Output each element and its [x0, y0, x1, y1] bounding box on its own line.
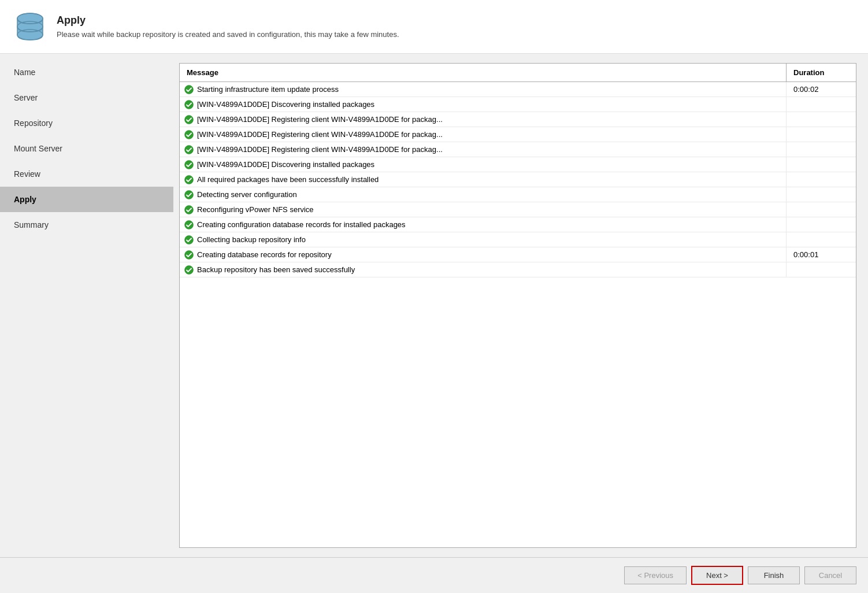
- cell-duration: [787, 202, 856, 217]
- cell-message: Detecting server configuration: [180, 187, 787, 202]
- svg-point-7: [185, 130, 194, 139]
- header: Apply Please wait while backup repositor…: [0, 0, 868, 54]
- cell-duration: [787, 157, 856, 172]
- cell-duration: [787, 232, 856, 247]
- svg-point-10: [185, 175, 194, 184]
- log-table: Message Duration Starting infrastructure…: [179, 63, 856, 548]
- app-icon: [14, 10, 46, 43]
- next-button[interactable]: Next >: [691, 566, 743, 585]
- sidebar-item-apply[interactable]: Apply: [0, 187, 173, 212]
- success-icon: [184, 190, 194, 199]
- success-icon: [184, 145, 194, 154]
- svg-point-14: [185, 235, 194, 244]
- svg-point-13: [185, 220, 194, 229]
- message-text: [WIN-V4899A1D0DE] Discovering installed …: [197, 100, 374, 109]
- message-text: [WIN-V4899A1D0DE] Registering client WIN…: [197, 130, 443, 139]
- message-text: Creating configuration database records …: [197, 220, 406, 229]
- cancel-button[interactable]: Cancel: [804, 566, 856, 584]
- sidebar-item-repository[interactable]: Repository: [0, 110, 173, 136]
- previous-button[interactable]: < Previous: [624, 566, 687, 584]
- sidebar-item-server[interactable]: Server: [0, 85, 173, 110]
- cell-duration: [787, 112, 856, 127]
- col-header-duration: Duration: [787, 64, 856, 81]
- cell-message: Starting infrastructure item update proc…: [180, 82, 787, 97]
- table-row: [WIN-V4899A1D0DE] Registering client WIN…: [180, 112, 856, 127]
- col-header-message: Message: [180, 64, 787, 81]
- table-row: [WIN-V4899A1D0DE] Discovering installed …: [180, 97, 856, 112]
- message-text: Detecting server configuration: [197, 190, 297, 199]
- cell-duration: [787, 127, 856, 142]
- table-row: Creating database records for repository…: [180, 247, 856, 262]
- success-icon: [184, 160, 194, 169]
- success-icon: [184, 265, 194, 275]
- cell-message: [WIN-V4899A1D0DE] Registering client WIN…: [180, 127, 787, 142]
- cell-duration: [787, 172, 856, 187]
- cell-duration: [787, 187, 856, 202]
- success-icon: [184, 220, 194, 229]
- sidebar-item-summary[interactable]: Summary: [0, 212, 173, 238]
- cell-message: [WIN-V4899A1D0DE] Discovering installed …: [180, 157, 787, 172]
- message-text: Starting infrastructure item update proc…: [197, 85, 339, 94]
- cell-duration: 0:00:01: [787, 247, 856, 262]
- cell-duration: [787, 97, 856, 112]
- table-row: Reconfiguring vPower NFS service: [180, 202, 856, 217]
- table-row: Collecting backup repository info: [180, 232, 856, 247]
- svg-point-8: [185, 145, 194, 154]
- cell-message: Creating database records for repository: [180, 247, 787, 262]
- message-text: [WIN-V4899A1D0DE] Registering client WIN…: [197, 145, 443, 154]
- footer: < Previous Next > Finish Cancel: [0, 557, 868, 593]
- table-body: Starting infrastructure item update proc…: [180, 82, 856, 547]
- svg-point-15: [185, 250, 194, 259]
- table-row: [WIN-V4899A1D0DE] Registering client WIN…: [180, 127, 856, 142]
- cell-message: [WIN-V4899A1D0DE] Registering client WIN…: [180, 142, 787, 157]
- table-row: All required packages have been successf…: [180, 172, 856, 187]
- cell-message: All required packages have been successf…: [180, 172, 787, 187]
- cell-message: [WIN-V4899A1D0DE] Registering client WIN…: [180, 112, 787, 127]
- success-icon: [184, 85, 194, 94]
- header-text: Apply Please wait while backup repositor…: [57, 14, 399, 39]
- svg-point-5: [185, 100, 194, 109]
- cell-message: [WIN-V4899A1D0DE] Discovering installed …: [180, 97, 787, 112]
- sidebar-item-mount-server[interactable]: Mount Server: [0, 136, 173, 161]
- message-text: [WIN-V4899A1D0DE] Discovering installed …: [197, 160, 374, 169]
- content-area: Message Duration Starting infrastructure…: [173, 54, 868, 557]
- sidebar-item-review[interactable]: Review: [0, 161, 173, 187]
- message-text: Reconfiguring vPower NFS service: [197, 205, 314, 214]
- table-row: Creating configuration database records …: [180, 217, 856, 232]
- success-icon: [184, 100, 194, 109]
- svg-point-4: [185, 85, 194, 94]
- main-content: NameServerRepositoryMount ServerReviewAp…: [0, 54, 868, 557]
- svg-point-6: [185, 115, 194, 124]
- cell-message: Backup repository has been saved success…: [180, 262, 787, 277]
- finish-button[interactable]: Finish: [748, 566, 800, 584]
- sidebar-item-name[interactable]: Name: [0, 60, 173, 85]
- success-icon: [184, 250, 194, 260]
- svg-point-9: [185, 160, 194, 169]
- success-icon: [184, 115, 194, 124]
- success-icon: [184, 130, 194, 139]
- cell-duration: [787, 142, 856, 157]
- svg-point-16: [185, 265, 194, 274]
- table-row: [WIN-V4899A1D0DE] Discovering installed …: [180, 157, 856, 172]
- message-text: Collecting backup repository info: [197, 235, 306, 244]
- table-header: Message Duration: [180, 64, 856, 82]
- header-description: Please wait while backup repository is c…: [57, 30, 399, 39]
- cell-message: Reconfiguring vPower NFS service: [180, 202, 787, 217]
- message-text: Creating database records for repository: [197, 250, 332, 259]
- success-icon: [184, 175, 194, 184]
- header-title: Apply: [57, 14, 399, 27]
- message-text: [WIN-V4899A1D0DE] Registering client WIN…: [197, 115, 443, 124]
- cell-duration: 0:00:02: [787, 82, 856, 97]
- sidebar: NameServerRepositoryMount ServerReviewAp…: [0, 54, 173, 557]
- table-row: Starting infrastructure item update proc…: [180, 82, 856, 97]
- message-text: All required packages have been successf…: [197, 175, 379, 184]
- cell-duration: [787, 262, 856, 277]
- message-text: Backup repository has been saved success…: [197, 265, 355, 274]
- table-row: Backup repository has been saved success…: [180, 262, 856, 277]
- svg-point-12: [185, 205, 194, 214]
- success-icon: [184, 205, 194, 214]
- success-icon: [184, 235, 194, 244]
- svg-point-11: [185, 190, 194, 199]
- cell-message: Creating configuration database records …: [180, 217, 787, 232]
- table-row: Detecting server configuration: [180, 187, 856, 202]
